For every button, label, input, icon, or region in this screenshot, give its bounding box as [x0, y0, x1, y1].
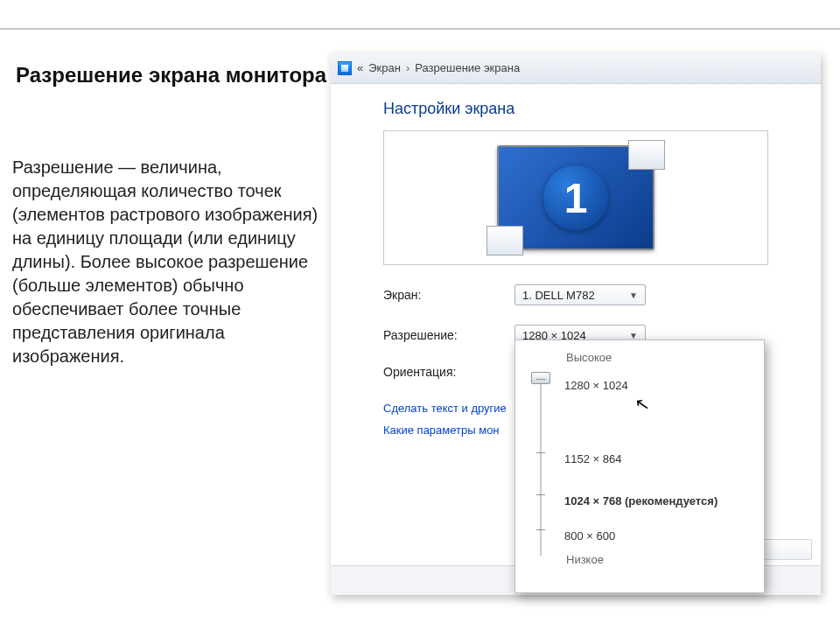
mini-window-icon [628, 140, 665, 170]
chevron-down-icon: ▼ [629, 331, 638, 340]
screen-dropdown-value: 1. DELL M782 [522, 289, 595, 302]
chevron-down-icon: ▼ [629, 290, 638, 300]
page-heading: Настройки экрана [383, 100, 768, 118]
breadcrumb-bar: « Экран › Разрешение экрана [331, 52, 821, 84]
slider-thumb[interactable] [531, 372, 550, 384]
slide-body-text: Разрешение — величина, определяющая коли… [12, 156, 318, 368]
breadcrumb-root[interactable]: Экран [368, 61, 401, 74]
slider-tick [536, 379, 545, 380]
resolution-option[interactable]: 800 × 600 [564, 529, 615, 542]
screen-dropdown[interactable]: 1. DELL M782 ▼ [514, 284, 646, 305]
display-number-badge: 1 [543, 165, 608, 230]
mini-window-icon [486, 226, 523, 256]
slider-tick [536, 452, 545, 453]
resolution-option[interactable]: 1280 × 1024 [564, 379, 628, 392]
breadcrumb-separator-icon: › [406, 61, 410, 74]
screen-row: Экран: 1. DELL M782 ▼ [383, 284, 768, 305]
resolution-option[interactable]: 1152 × 864 [564, 452, 621, 466]
breadcrumb-current: Разрешение экрана [415, 61, 520, 74]
slider-tick [536, 529, 545, 530]
slider-low-label: Низкое [528, 553, 752, 566]
resolution-option-recommended[interactable]: 1024 × 768 (рекомендуется) [564, 494, 718, 508]
orientation-label: Ориентация: [383, 365, 514, 379]
monitor-icon [338, 61, 352, 75]
screen-label: Экран: [383, 288, 514, 302]
resolution-slider-popup[interactable]: Высокое 1280 × 1024 1152 × 864 1024 × 76… [514, 340, 765, 593]
dialog-button[interactable] [760, 539, 812, 560]
display-preview-box: 1 [383, 130, 768, 265]
slider-tick [536, 494, 545, 495]
resolution-label: Разрешение: [383, 328, 514, 342]
breadcrumb-back[interactable]: « [357, 61, 363, 74]
decorative-topbar [0, 0, 840, 30]
slide-title: Разрешение экрана монитора [16, 63, 326, 88]
display-preview[interactable]: 1 [497, 145, 654, 250]
slider-high-label: Высокое [528, 351, 752, 364]
